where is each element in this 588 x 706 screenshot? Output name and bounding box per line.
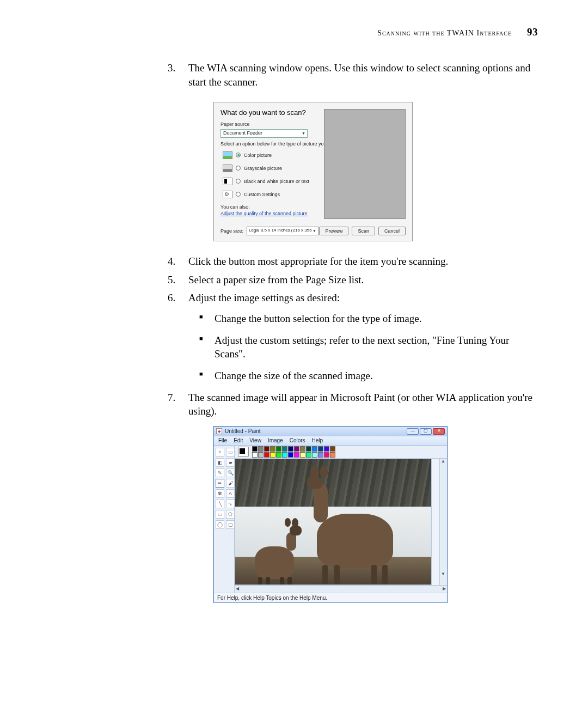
scanned-image [235, 459, 431, 585]
rectangle-tool-icon[interactable]: ▭ [216, 510, 224, 519]
color-swatch[interactable] [288, 446, 293, 452]
color-swatch[interactable] [270, 452, 275, 458]
step-6-bullet-3: Change the size of the scanned image. [199, 369, 539, 383]
color-swatch[interactable] [282, 452, 287, 458]
option-bw-label: Black and white picture or text [244, 178, 309, 185]
paint-color-palette [235, 446, 447, 459]
paint-titlebar: ◆ Untitled - Paint — ▢ ✕ [214, 427, 447, 436]
color-swatch[interactable] [270, 446, 275, 452]
custom-settings-icon [223, 191, 232, 198]
fill-tool-icon[interactable]: ▰ [226, 458, 235, 467]
eraser-tool-icon[interactable]: ◧ [216, 458, 224, 467]
color-swatch[interactable] [264, 452, 270, 458]
current-colors-icon[interactable] [238, 447, 249, 457]
airbrush-tool-icon[interactable]: ✾ [216, 489, 224, 498]
color-swatch[interactable] [252, 452, 258, 458]
paint-toolbox: ✧ ▭ ◧ ▰ ✎ 🔍 ✏ 🖌 ✾ A ╲ ∿ ▭ ⬠ ◯ [214, 446, 235, 593]
step-5-text: Select a paper size from the Page Size l… [188, 274, 364, 285]
color-swatch[interactable] [264, 446, 270, 452]
step-4: Click the button most appropriate for th… [163, 254, 539, 269]
text-tool-icon[interactable]: A [226, 489, 235, 498]
color-swatch[interactable] [330, 446, 335, 452]
radio-custom[interactable] [236, 192, 241, 197]
picker-tool-icon[interactable]: ✎ [216, 468, 224, 477]
color-swatch[interactable] [300, 446, 305, 452]
color-swatch[interactable] [318, 446, 323, 452]
color-swatch[interactable] [258, 446, 264, 452]
page-content: The WIA scanning window opens. Use this … [163, 61, 539, 607]
ellipse-tool-icon[interactable]: ◯ [216, 520, 224, 529]
step-4-text: Click the button most appropriate for th… [188, 255, 448, 267]
vertical-scrollbar[interactable] [439, 459, 447, 585]
color-swatch[interactable] [306, 452, 311, 458]
page-size-label: Page size: [220, 228, 243, 234]
paint-canvas[interactable] [235, 459, 432, 585]
color-swatch[interactable] [324, 452, 329, 458]
polygon-tool-icon[interactable]: ⬠ [226, 510, 235, 519]
step-6-bullet-2: Adjust the custom settings; refer to the… [199, 333, 539, 361]
step-3: The WIA scanning window opens. Use this … [163, 61, 539, 241]
curve-tool-icon[interactable]: ∿ [226, 500, 235, 508]
radio-color[interactable] [236, 153, 241, 157]
option-gray-label: Grayscale picture [244, 165, 282, 172]
step-7: The scanned image will appear in Microso… [163, 391, 539, 603]
paint-statusbar: For Help, click Help Topics on the Help … [214, 593, 447, 602]
step-6-bullet-1: Change the button selection for the type… [199, 312, 539, 326]
step-3-text: The WIA scanning window opens. Use this … [188, 62, 530, 88]
option-color-label: Color picture [244, 152, 272, 159]
line-tool-icon[interactable]: ╲ [216, 500, 224, 508]
color-swatch[interactable] [312, 446, 317, 452]
wia-preview-pane [324, 109, 406, 219]
color-swatch[interactable] [312, 452, 317, 458]
step-6: Adjust the image settings as desired: Ch… [163, 291, 539, 382]
preview-button[interactable]: Preview [319, 227, 348, 235]
page-size-select[interactable]: Legal 8.5 x 14 inches (216 x 356 [247, 227, 318, 235]
maximize-button[interactable]: ▢ [420, 428, 432, 435]
color-picture-icon [223, 151, 232, 159]
minimize-button[interactable]: — [407, 428, 419, 435]
horizontal-scrollbar[interactable]: ◀▶ [235, 585, 447, 593]
magnifier-tool-icon[interactable]: 🔍 [226, 468, 235, 477]
page-number: 93 [527, 26, 538, 38]
brush-tool-icon[interactable]: 🖌 [226, 479, 235, 488]
chapter-title: Scanning with the TWAIN Interface [377, 29, 512, 37]
freeform-select-tool-icon[interactable]: ✧ [216, 448, 224, 457]
paper-source-select[interactable]: Document Feeder [220, 129, 308, 138]
grayscale-picture-icon [223, 165, 232, 172]
menu-file[interactable]: File [218, 437, 227, 445]
pencil-tool-icon[interactable]: ✏ [216, 479, 224, 488]
color-swatch[interactable] [288, 452, 293, 458]
radio-bw[interactable] [236, 179, 241, 184]
paint-menubar: File Edit View Image Colors Help [214, 436, 447, 446]
rounded-rect-tool-icon[interactable]: ▢ [226, 520, 235, 529]
step-6-text: Adjust the image settings as desired: [188, 292, 340, 303]
paint-window: ◆ Untitled - Paint — ▢ ✕ File Edit View … [213, 426, 448, 603]
color-swatch[interactable] [324, 446, 329, 452]
color-swatch[interactable] [318, 452, 323, 458]
scan-button[interactable]: Scan [352, 227, 375, 235]
menu-view[interactable]: View [249, 437, 261, 445]
menu-help[interactable]: Help [312, 437, 323, 445]
rect-select-tool-icon[interactable]: ▭ [226, 448, 235, 457]
page-size-value: Legal 8.5 x 14 inches (216 x 356 [249, 228, 312, 233]
color-swatch[interactable] [276, 446, 281, 452]
color-swatch[interactable] [258, 452, 264, 458]
color-swatch[interactable] [330, 452, 335, 458]
menu-edit[interactable]: Edit [234, 437, 243, 445]
radio-gray[interactable] [236, 166, 241, 171]
color-swatch[interactable] [294, 452, 299, 458]
color-swatch[interactable] [276, 452, 281, 458]
menu-image[interactable]: Image [268, 437, 283, 445]
close-button[interactable]: ✕ [433, 428, 445, 435]
color-swatch[interactable] [300, 452, 305, 458]
palette-grid [252, 446, 335, 458]
page-header: Scanning with the TWAIN Interface 93 [377, 26, 538, 38]
color-swatch[interactable] [252, 446, 258, 452]
wia-scan-dialog: What do you want to scan? Paper source D… [213, 102, 413, 241]
menu-colors[interactable]: Colors [290, 437, 305, 445]
cancel-button[interactable]: Cancel [378, 227, 406, 235]
color-swatch[interactable] [294, 446, 299, 452]
step-5: Select a paper size from the Page Size l… [163, 273, 539, 287]
color-swatch[interactable] [282, 446, 287, 452]
color-swatch[interactable] [306, 446, 311, 452]
